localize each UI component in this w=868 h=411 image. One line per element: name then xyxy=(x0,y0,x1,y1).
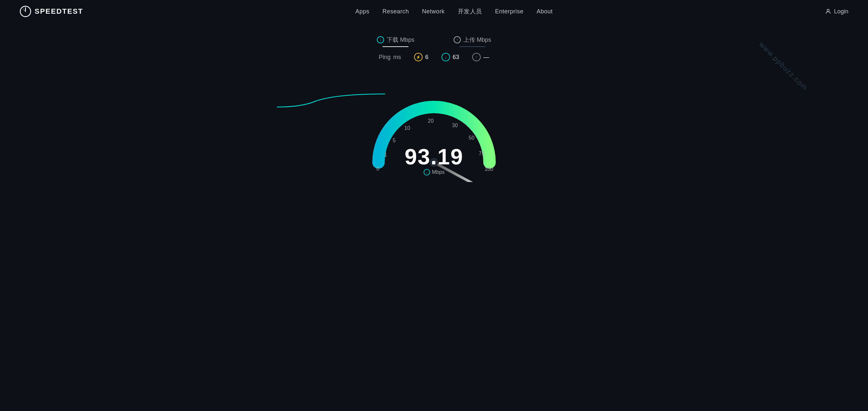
nav-developer[interactable]: 开发人员 xyxy=(458,8,482,15)
download-arrow-icon: ↓ xyxy=(377,36,384,43)
speed-unit-label: Mbps xyxy=(432,169,444,175)
svg-text:10: 10 xyxy=(404,125,410,131)
upload-metric-value: — xyxy=(483,54,489,61)
upload-metric-group: ↑ — xyxy=(472,53,489,61)
svg-text:0: 0 xyxy=(376,166,379,172)
upload-label: 上传 Mbps xyxy=(463,36,491,44)
download-label: 下载 Mbps xyxy=(386,36,414,44)
speed-unit-row: ↓ Mbps xyxy=(405,169,463,175)
ping-label: Ping xyxy=(379,54,391,61)
svg-text:5: 5 xyxy=(393,138,396,143)
login-button[interactable]: Login xyxy=(825,8,848,15)
nav-about[interactable]: About xyxy=(536,8,553,15)
download-label-group: ↓ 下载 Mbps xyxy=(377,36,414,47)
login-label: Login xyxy=(834,8,848,15)
navbar: SPEEDTEST Apps Research Network 开发人员 Ent… xyxy=(0,0,868,23)
download-metric-value: 63 xyxy=(453,54,459,61)
ping-label-group: Ping ms xyxy=(379,54,401,61)
svg-text:30: 30 xyxy=(452,123,458,128)
gauge-area: 0 1 5 10 20 30 50 75 100 xyxy=(359,71,509,175)
upload-arrow-icon: ↑ xyxy=(454,36,461,43)
nav-research[interactable]: Research xyxy=(382,8,409,15)
svg-text:100: 100 xyxy=(485,166,493,172)
logo[interactable]: SPEEDTEST xyxy=(20,5,83,17)
download-metric-icon: ↓ xyxy=(441,53,450,61)
svg-text:20: 20 xyxy=(428,118,434,124)
ping-row: Ping ms ⚡ 6 ↓ 63 ↑ — xyxy=(379,53,489,61)
nav-links: Apps Research Network 开发人员 Enterprise Ab… xyxy=(355,7,553,15)
jitter-icon: ⚡ xyxy=(414,53,423,61)
upload-underline xyxy=(460,46,486,47)
speed-reading: 93.19 ↓ Mbps xyxy=(405,145,463,175)
speed-labels-row: ↓ 下载 Mbps ↑ 上传 Mbps xyxy=(377,36,491,47)
nav-network[interactable]: Network xyxy=(422,8,445,15)
svg-point-1 xyxy=(827,9,830,11)
download-metric-group: ↓ 63 xyxy=(441,53,459,61)
download-underline xyxy=(382,46,408,47)
logo-text: SPEEDTEST xyxy=(35,7,83,16)
squiggle-line xyxy=(274,91,385,110)
speed-download-icon: ↓ xyxy=(423,169,430,175)
jitter-group: ⚡ 6 xyxy=(414,53,429,61)
jitter-value: 6 xyxy=(425,54,429,61)
svg-text:50: 50 xyxy=(469,135,474,141)
upload-metric-icon: ↑ xyxy=(472,53,481,61)
speed-number: 93.19 xyxy=(405,145,463,168)
upload-label-group: ↑ 上传 Mbps xyxy=(454,36,491,47)
ping-unit: ms xyxy=(393,54,401,61)
nav-apps[interactable]: Apps xyxy=(355,8,369,15)
nav-enterprise[interactable]: Enterprise xyxy=(495,8,524,15)
svg-text:75: 75 xyxy=(479,151,485,156)
main-content: www.ppbuzz.com ↓ 下载 Mbps ↑ 上传 Mbps Ping … xyxy=(0,23,868,175)
svg-text:1: 1 xyxy=(384,152,387,158)
watermark: www.ppbuzz.com xyxy=(757,40,809,92)
